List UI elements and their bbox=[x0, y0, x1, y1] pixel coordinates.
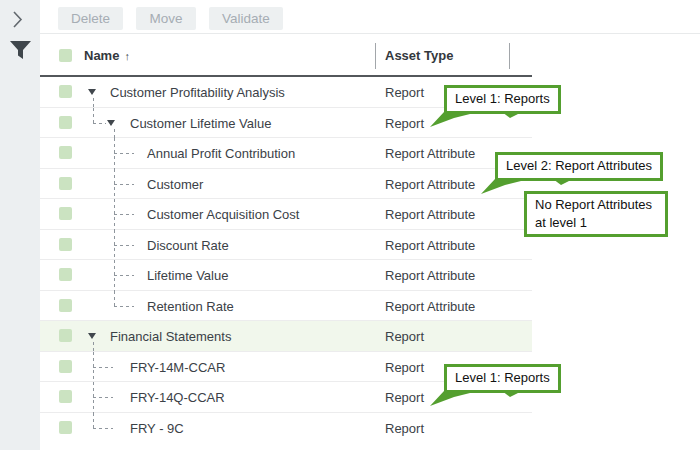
annotation-callout: Level 2: Report Attributes bbox=[495, 152, 663, 181]
column-resize-handle[interactable] bbox=[375, 43, 376, 69]
collapse-icon[interactable] bbox=[88, 89, 96, 95]
asset-type-cell: Report Attribute bbox=[385, 268, 475, 283]
asset-type-cell: Report Attribute bbox=[385, 207, 475, 222]
tree-guide-line bbox=[93, 98, 94, 108]
asset-type-cell: Report Attribute bbox=[385, 177, 475, 192]
row-checkbox[interactable] bbox=[59, 238, 72, 251]
asset-type-cell: Report bbox=[385, 360, 424, 375]
move-button[interactable]: Move bbox=[136, 7, 195, 30]
table-row[interactable]: CustomerReport Attribute bbox=[40, 169, 532, 200]
tree-branch-line bbox=[114, 275, 134, 276]
column-resize-handle[interactable] bbox=[509, 43, 510, 69]
asset-name-cell: Annual Profit Contribution bbox=[147, 146, 295, 161]
column-header-asset-type[interactable]: Asset Type bbox=[385, 48, 453, 63]
callout-text: No Report Attributes at level 1 bbox=[535, 197, 652, 230]
asset-name-cell: Discount Rate bbox=[147, 238, 229, 253]
asset-type-cell: Report Attribute bbox=[385, 238, 475, 253]
asset-type-cell: Report Attribute bbox=[385, 299, 475, 314]
asset-type-cell: Report bbox=[385, 421, 424, 436]
asset-name-cell: Customer bbox=[147, 177, 203, 192]
row-checkbox[interactable] bbox=[59, 268, 72, 281]
asset-type-cell: Report bbox=[385, 116, 424, 131]
asset-name-cell: FRY-14M-CCAR bbox=[130, 360, 225, 375]
filter-sidebar bbox=[0, 0, 40, 450]
expand-panel-icon[interactable] bbox=[13, 11, 23, 32]
asset-name-cell: Customer Lifetime Value bbox=[130, 116, 271, 131]
row-checkbox[interactable] bbox=[59, 421, 72, 434]
asset-type-cell: Report Attribute bbox=[385, 146, 475, 161]
callout-tail bbox=[430, 391, 530, 408]
asset-name-cell: Retention Rate bbox=[147, 299, 234, 314]
table-header-row: Name↑ Asset Type bbox=[40, 35, 532, 77]
row-checkbox[interactable] bbox=[59, 207, 72, 220]
table-row[interactable]: Financial StatementsReport bbox=[40, 321, 532, 352]
tree-branch-line bbox=[93, 428, 113, 429]
table-row[interactable]: Retention RateReport Attribute bbox=[40, 291, 532, 322]
callout-text: Level 2: Report Attributes bbox=[506, 158, 652, 173]
asset-type-cell: Report bbox=[385, 85, 424, 100]
filter-icon[interactable] bbox=[10, 41, 31, 64]
tree-branch-line bbox=[93, 397, 113, 398]
row-checkbox[interactable] bbox=[59, 299, 72, 312]
row-checkbox[interactable] bbox=[59, 146, 72, 159]
tree-branch-line bbox=[114, 214, 134, 215]
tree-branch-line bbox=[114, 306, 134, 307]
tree-guide-line bbox=[114, 291, 115, 307]
asset-name-cell: FRY-14Q-CCAR bbox=[130, 390, 225, 405]
tree-branch-line bbox=[114, 153, 134, 154]
row-checkbox[interactable] bbox=[59, 85, 72, 98]
row-checkbox[interactable] bbox=[59, 360, 72, 373]
annotation-callout: Level 1: Reports bbox=[444, 85, 561, 114]
column-header-name[interactable]: Name↑ bbox=[84, 48, 130, 63]
table-row[interactable]: Lifetime ValueReport Attribute bbox=[40, 260, 532, 291]
sort-asc-icon: ↑ bbox=[124, 50, 130, 62]
validate-button[interactable]: Validate bbox=[209, 7, 283, 30]
asset-name-cell: Lifetime Value bbox=[147, 268, 228, 283]
tree-branch-line bbox=[114, 184, 134, 185]
asset-table-screen: Delete Move Validate Name↑ Asset Type Cu… bbox=[0, 0, 700, 453]
tree-guide-line bbox=[93, 108, 94, 124]
tree-guide-line bbox=[93, 342, 94, 352]
asset-name-cell: Financial Statements bbox=[110, 329, 231, 344]
table-row[interactable]: FRY - 9CReport bbox=[40, 413, 532, 444]
select-all-checkbox[interactable] bbox=[59, 49, 72, 62]
annotation-callout: Level 1: Reports bbox=[444, 364, 561, 393]
tree-branch-line bbox=[93, 123, 106, 124]
annotation-callout: No Report Attributes at level 1 bbox=[524, 191, 668, 237]
row-checkbox[interactable] bbox=[59, 329, 72, 342]
asset-name-cell: FRY - 9C bbox=[130, 421, 184, 436]
tree-branch-line bbox=[114, 245, 134, 246]
table-row[interactable]: Annual Profit ContributionReport Attribu… bbox=[40, 138, 532, 169]
tree-guide-line bbox=[114, 129, 115, 139]
tree-branch-line bbox=[93, 367, 113, 368]
delete-button[interactable]: Delete bbox=[58, 7, 123, 30]
asset-name-cell: Customer Acquisition Cost bbox=[147, 207, 299, 222]
tree-guide-line bbox=[93, 413, 94, 429]
toolbar: Delete Move Validate bbox=[40, 0, 700, 34]
asset-name-cell: Customer Profitability Analysis bbox=[110, 85, 285, 100]
row-checkbox[interactable] bbox=[59, 177, 72, 190]
callout-text: Level 1: Reports bbox=[455, 370, 550, 385]
row-checkbox[interactable] bbox=[59, 390, 72, 403]
collapse-icon[interactable] bbox=[88, 333, 96, 339]
collapse-icon[interactable] bbox=[107, 120, 115, 126]
table-row[interactable]: Customer Acquisition CostReport Attribut… bbox=[40, 199, 532, 230]
asset-type-cell: Report bbox=[385, 390, 424, 405]
table-row[interactable]: Discount RateReport Attribute bbox=[40, 230, 532, 261]
asset-type-cell: Report bbox=[385, 329, 424, 344]
callout-tail bbox=[430, 112, 530, 129]
callout-text: Level 1: Reports bbox=[455, 91, 550, 106]
row-checkbox[interactable] bbox=[59, 116, 72, 129]
